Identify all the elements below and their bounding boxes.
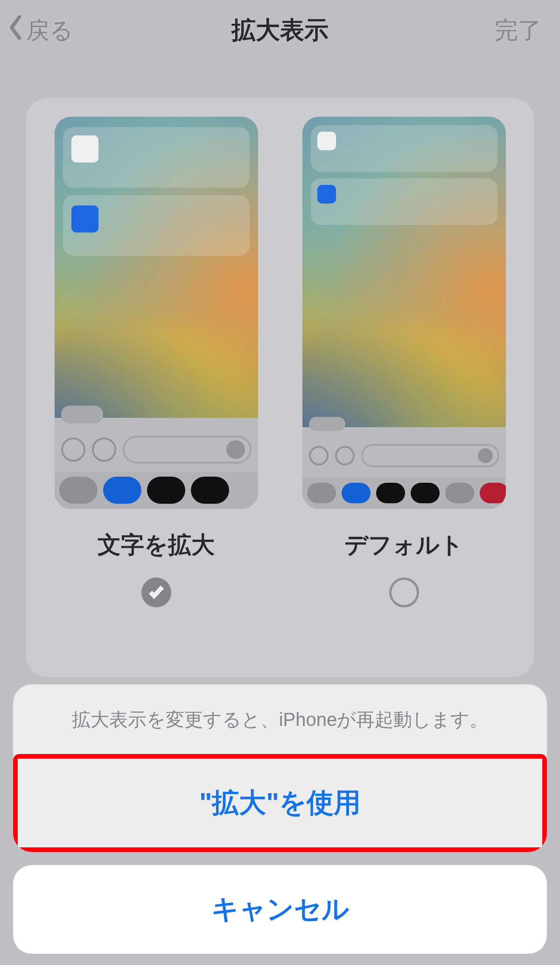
camera-icon [61, 437, 85, 462]
highlight-annotation: "拡大"を使用 [13, 754, 547, 852]
dock-app-icon [445, 483, 474, 503]
preview-default [302, 117, 506, 509]
page-title: 拡大表示 [231, 14, 329, 47]
dock-app-icon [480, 483, 506, 503]
dock-app-icon [59, 477, 98, 504]
widget-preview [311, 125, 497, 172]
display-zoom-card: 文字を拡大 [26, 98, 534, 677]
back-label: 戻る [26, 15, 73, 46]
app-icon [317, 132, 336, 150]
text-field-icon [361, 444, 499, 467]
dock-app-icon [191, 477, 229, 504]
apps-icon [92, 437, 116, 462]
preview-zoomed [55, 117, 258, 509]
app-icon [317, 185, 336, 204]
done-label: 完了 [495, 15, 541, 46]
checkmark-icon [147, 583, 165, 602]
dock-preview [55, 472, 258, 509]
option-zoomed-label: 文字を拡大 [98, 529, 215, 561]
dock-app-icon [411, 483, 440, 503]
option-default[interactable]: デフォルト [282, 117, 525, 658]
message-bubble-icon [61, 406, 103, 423]
dock-app-icon [307, 483, 336, 503]
dock-app-icon [103, 477, 141, 504]
camera-icon [309, 446, 329, 465]
option-zoomed[interactable]: 文字を拡大 [35, 117, 278, 658]
apps-icon [335, 446, 355, 465]
preview-tray [55, 418, 258, 509]
confirm-button[interactable]: "拡大"を使用 [18, 759, 542, 847]
radio-unselected[interactable] [389, 578, 419, 607]
action-sheet: 拡大表示を変更すると、iPhoneが再起動します。 "拡大"を使用 キャンセル [13, 684, 547, 954]
message-input-preview [61, 436, 252, 464]
done-button[interactable]: 完了 [495, 0, 541, 61]
dock-app-icon [342, 483, 371, 503]
action-sheet-message: 拡大表示を変更すると、iPhoneが再起動します。 [13, 684, 547, 756]
app-icon [71, 135, 98, 162]
widget-preview [311, 178, 497, 225]
back-button[interactable]: 戻る [8, 0, 73, 61]
message-bubble-icon [309, 417, 345, 431]
navigation-bar: 戻る 拡大表示 完了 [0, 0, 560, 61]
option-default-label: デフォルト [344, 529, 463, 561]
chevron-left-icon [8, 15, 23, 45]
action-sheet-group: 拡大表示を変更すると、iPhoneが再起動します。 "拡大"を使用 [13, 684, 547, 852]
cancel-button[interactable]: キャンセル [13, 865, 547, 954]
text-field-icon [123, 436, 252, 464]
radio-selected[interactable] [141, 578, 171, 607]
message-input-preview [309, 444, 499, 467]
preview-tray [302, 427, 506, 509]
dock-app-icon [147, 477, 185, 504]
app-icon [71, 205, 98, 232]
dock-app-icon [376, 483, 405, 503]
dock-preview [302, 477, 506, 509]
